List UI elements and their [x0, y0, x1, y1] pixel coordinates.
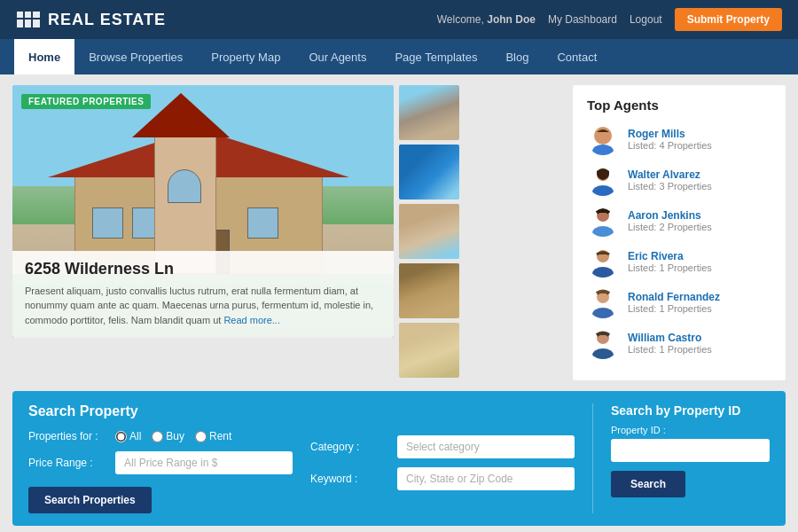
- agent-avatar-eric: [587, 246, 619, 278]
- price-range-row: Price Range :: [28, 451, 293, 474]
- submit-property-button[interactable]: Submit Property: [675, 8, 782, 31]
- svg-point-10: [592, 185, 614, 196]
- svg-rect-5: [33, 20, 40, 27]
- thumbnail-2[interactable]: [399, 145, 459, 200]
- category-row: Category :: [310, 435, 575, 458]
- agent-info-roger: Roger Mills Listed: 4 Properties: [628, 128, 712, 151]
- featured-section: FEATURED PROPERTIES 6258 Wilderness Ln P…: [12, 85, 562, 380]
- property-id-label: Property ID :: [611, 425, 770, 435]
- keyword-label: Keyword :: [310, 473, 390, 485]
- nav-home[interactable]: Home: [14, 39, 74, 74]
- search-by-id-panel: Search by Property ID Property ID : Sear…: [592, 403, 770, 513]
- category-input[interactable]: [397, 435, 575, 458]
- welcome-text: Welcome, John Doe: [437, 13, 536, 26]
- nav-contact[interactable]: Contact: [543, 39, 611, 74]
- agent-listed: Listed: 1 Properties: [628, 262, 712, 273]
- radio-rent[interactable]: [195, 431, 207, 442]
- thumbnail-3[interactable]: [399, 204, 459, 259]
- properties-for-label: Properties for :: [28, 430, 108, 442]
- agent-item: Walter Alvarez Listed: 3 Properties: [587, 164, 771, 196]
- agent-listed: Listed: 4 Properties: [628, 140, 712, 151]
- agent-avatar-ronald: [587, 286, 619, 318]
- svg-point-16: [592, 308, 614, 318]
- header-right: Welcome, John Doe My Dashboard Logout Su…: [437, 8, 782, 31]
- agent-info-aaron: Aaron Jenkins Listed: 2 Properties: [628, 209, 712, 232]
- svg-rect-1: [25, 12, 31, 18]
- agent-item: Ronald Fernandez Listed: 1 Properties: [587, 286, 771, 318]
- agent-name[interactable]: Eric Rivera: [628, 250, 712, 262]
- logo-icon: [16, 11, 41, 28]
- agent-name[interactable]: Ronald Fernandez: [628, 291, 720, 303]
- property-id-input[interactable]: [611, 439, 770, 462]
- svg-point-8: [592, 145, 614, 155]
- search-property-panel: Search Property Properties for : All Buy…: [28, 403, 293, 513]
- agent-listed: Listed: 3 Properties: [628, 181, 712, 192]
- svg-rect-2: [33, 12, 40, 18]
- price-range-input[interactable]: [115, 451, 293, 474]
- agent-item: Aaron Jenkins Listed: 2 Properties: [587, 205, 771, 237]
- radio-buy-label[interactable]: Buy: [152, 430, 184, 442]
- nav-blog[interactable]: Blog: [491, 39, 543, 74]
- svg-rect-3: [17, 20, 23, 27]
- agent-name[interactable]: William Castro: [628, 332, 712, 344]
- agent-listed: Listed: 1 Properties: [628, 303, 720, 314]
- main-content: FEATURED PROPERTIES 6258 Wilderness Ln P…: [0, 74, 798, 391]
- agent-info-ronald: Ronald Fernandez Listed: 1 Properties: [628, 291, 720, 314]
- property-type-radio-group: All Buy Rent: [115, 430, 231, 442]
- svg-rect-0: [17, 12, 23, 18]
- agent-item: William Castro Listed: 1 Properties: [587, 327, 771, 359]
- top-agents-panel: Top Agents Roger Mills Listed: 4 Propert…: [573, 85, 786, 380]
- header: REAL ESTATE Welcome, John Doe My Dashboa…: [0, 0, 798, 39]
- agent-item: Roger Mills Listed: 4 Properties: [587, 123, 771, 155]
- agent-name[interactable]: Aaron Jenkins: [628, 209, 712, 222]
- featured-badge: FEATURED PROPERTIES: [21, 94, 151, 109]
- logout-link[interactable]: Logout: [630, 13, 662, 26]
- logo: REAL ESTATE: [16, 11, 166, 29]
- id-search-button[interactable]: Search: [611, 471, 685, 497]
- nav-browse-properties[interactable]: Browse Properties: [74, 39, 197, 74]
- agent-listed: Listed: 1 Properties: [628, 344, 712, 355]
- svg-rect-4: [25, 20, 31, 27]
- thumbnail-5[interactable]: [399, 323, 459, 378]
- search-by-id-title: Search by Property ID: [611, 403, 770, 418]
- logo-text: REAL ESTATE: [48, 11, 166, 29]
- radio-all-label[interactable]: All: [115, 430, 141, 442]
- top-agents-title: Top Agents: [587, 98, 771, 113]
- nav-page-templates[interactable]: Page Templates: [380, 39, 491, 74]
- category-label: Category :: [310, 441, 390, 453]
- agent-info-eric: Eric Rivera Listed: 1 Properties: [628, 250, 712, 273]
- svg-point-18: [592, 348, 614, 359]
- dashboard-link[interactable]: My Dashboard: [548, 13, 617, 26]
- agent-avatar-william: [587, 327, 619, 359]
- agent-avatar-roger: [587, 123, 619, 155]
- thumbnail-4[interactable]: [399, 263, 459, 318]
- read-more-link[interactable]: Read more...: [223, 315, 280, 325]
- keyword-row: Keyword :: [310, 467, 575, 490]
- featured-property-main: FEATURED PROPERTIES 6258 Wilderness Ln P…: [12, 85, 394, 338]
- price-range-label: Price Range :: [28, 457, 108, 469]
- properties-for-row: Properties for : All Buy Rent: [28, 430, 293, 442]
- agent-info-william: William Castro Listed: 1 Properties: [628, 332, 712, 355]
- search-section: Search Property Properties for : All Buy…: [12, 391, 786, 526]
- featured-description: Praesent aliquam, justo convallis luctus…: [25, 284, 381, 328]
- agent-name[interactable]: Walter Alvarez: [628, 168, 712, 181]
- keyword-input[interactable]: [397, 467, 575, 490]
- property-thumbnails: [399, 85, 459, 380]
- search-property-title: Search Property: [28, 403, 293, 419]
- radio-rent-label[interactable]: Rent: [195, 430, 231, 442]
- featured-title: 6258 Wilderness Ln: [25, 260, 381, 278]
- radio-buy[interactable]: [152, 431, 163, 442]
- search-properties-button[interactable]: Search Properties: [28, 487, 152, 513]
- nav-property-map[interactable]: Property Map: [197, 39, 294, 74]
- main-nav: Home Browse Properties Property Map Our …: [0, 39, 798, 74]
- agent-name[interactable]: Roger Mills: [628, 128, 712, 140]
- thumbnail-1[interactable]: [399, 85, 459, 140]
- agent-avatar-walter: [587, 164, 619, 196]
- radio-all[interactable]: [115, 431, 127, 442]
- svg-point-12: [592, 226, 614, 237]
- search-middle-panel: Category : Keyword :: [310, 403, 575, 513]
- nav-our-agents[interactable]: Our Agents: [294, 39, 380, 74]
- agent-listed: Listed: 2 Properties: [628, 222, 712, 232]
- svg-point-14: [592, 267, 614, 278]
- agent-item: Eric Rivera Listed: 1 Properties: [587, 246, 771, 278]
